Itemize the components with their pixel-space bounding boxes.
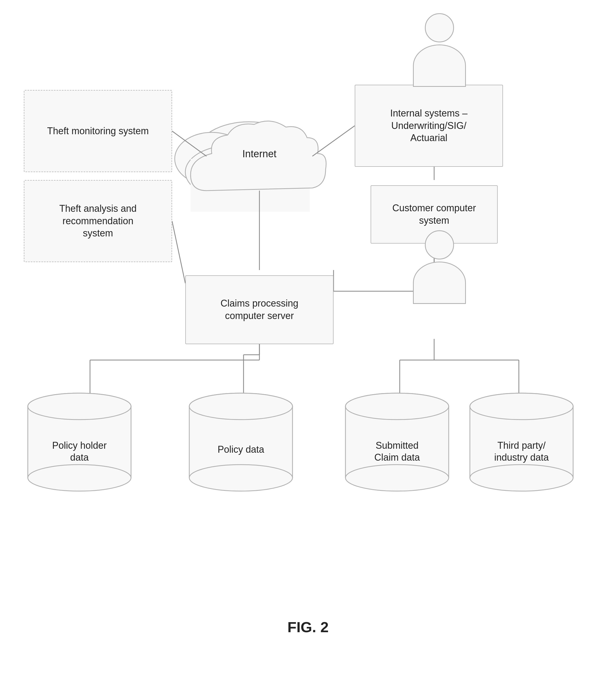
person-mid-head bbox=[425, 230, 454, 259]
svg-point-46 bbox=[345, 465, 449, 491]
svg-point-39 bbox=[189, 465, 293, 491]
svg-line-7 bbox=[312, 126, 355, 156]
svg-line-6 bbox=[172, 131, 206, 156]
third-party-cylinder: Third party/ industry data bbox=[466, 392, 577, 498]
customer-computer-label: Customer computersystem bbox=[392, 202, 476, 227]
internal-systems-label: Internal systems –Underwriting/SIG/Actua… bbox=[390, 107, 467, 144]
person-top-icon bbox=[413, 13, 466, 87]
svg-point-54 bbox=[470, 465, 573, 491]
svg-text:Policy holder: Policy holder bbox=[52, 440, 107, 451]
policy-holder-cylinder: Policy holder data bbox=[24, 392, 135, 498]
figure-label: FIG. 2 bbox=[0, 618, 616, 636]
svg-text:data: data bbox=[70, 452, 89, 463]
svg-text:Submitted: Submitted bbox=[376, 440, 419, 451]
internal-systems-box: Internal systems –Underwriting/SIG/Actua… bbox=[355, 85, 503, 167]
theft-analysis-box: Theft analysis andrecommendationsystem bbox=[24, 180, 172, 262]
svg-point-1 bbox=[175, 133, 249, 185]
svg-text:Claim data: Claim data bbox=[374, 452, 420, 463]
internet-label: Internet bbox=[238, 148, 281, 160]
claims-processing-box: Claims processingcomputer server bbox=[185, 275, 334, 344]
svg-text:Third party/: Third party/ bbox=[497, 440, 546, 451]
claims-processing-label: Claims processingcomputer server bbox=[221, 297, 298, 322]
diagram: Theft monitoring system Internal systems… bbox=[0, 0, 616, 678]
person-mid-icon bbox=[413, 230, 466, 304]
svg-line-11 bbox=[172, 221, 185, 283]
internet-cloud bbox=[175, 121, 326, 212]
theft-monitoring-label: Theft monitoring system bbox=[47, 125, 149, 138]
person-top-head bbox=[425, 13, 454, 42]
svg-point-32 bbox=[28, 393, 131, 420]
policy-data-cylinder: Policy data bbox=[185, 392, 297, 498]
person-top-body bbox=[413, 44, 466, 87]
svg-rect-5 bbox=[191, 159, 310, 212]
theft-analysis-label: Theft analysis andrecommendationsystem bbox=[59, 202, 137, 239]
submitted-claim-cylinder: Submitted Claim data bbox=[342, 392, 453, 498]
svg-point-31 bbox=[28, 465, 131, 491]
svg-point-2 bbox=[249, 138, 312, 185]
theft-monitoring-box: Theft monitoring system bbox=[24, 90, 172, 172]
person-mid-body bbox=[413, 262, 466, 304]
svg-point-40 bbox=[189, 393, 293, 420]
svg-text:Policy data: Policy data bbox=[218, 444, 264, 455]
svg-point-55 bbox=[470, 393, 573, 420]
svg-point-47 bbox=[345, 393, 449, 420]
svg-text:industry data: industry data bbox=[494, 452, 549, 463]
